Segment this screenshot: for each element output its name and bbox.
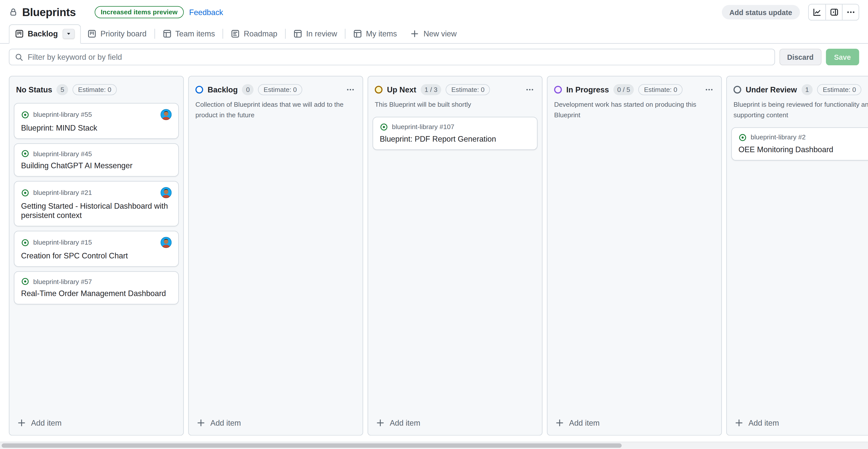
column-no-status: No Status 5 Estimate: 0 blueprint-librar… xyxy=(9,76,184,436)
tab-divider xyxy=(345,29,345,39)
table-icon xyxy=(293,29,302,38)
card-title[interactable]: Creation for SPC Control Chart xyxy=(21,251,172,261)
column-description: Development work has started on producin… xyxy=(548,100,721,124)
add-item-button[interactable]: Add item xyxy=(548,413,721,435)
scrollbar-thumb[interactable] xyxy=(2,443,622,448)
board-card[interactable]: blueprint-library #2 OEE Monitoring Dash… xyxy=(732,127,868,160)
column-description: Blueprint is being reviewed for function… xyxy=(727,100,868,124)
column-under-review: Under Review 1 Estimate: 0 Blueprint is … xyxy=(726,76,868,436)
tab-team-items[interactable]: Team items xyxy=(156,24,221,43)
open-issue-icon xyxy=(21,238,29,247)
add-status-update-button[interactable]: Add status update xyxy=(721,5,800,19)
add-item-label: Add item xyxy=(748,418,779,427)
column-header: Under Review 1 Estimate: 0 xyxy=(727,76,868,100)
open-issue-icon xyxy=(21,278,29,286)
project-board-icon xyxy=(15,29,24,38)
column-menu-button[interactable] xyxy=(704,85,715,94)
tab-label: Roadmap xyxy=(244,29,277,38)
tab-new-view[interactable]: New view xyxy=(404,24,463,43)
add-item-button[interactable]: Add item xyxy=(189,413,363,435)
tab-divider xyxy=(154,29,155,39)
header-toolbar xyxy=(808,4,859,20)
feedback-link[interactable]: Feedback xyxy=(189,8,223,17)
assignee-avatar[interactable] xyxy=(160,237,172,248)
add-item-label: Add item xyxy=(31,418,62,427)
column-count-badge: 0 / 5 xyxy=(613,84,634,95)
card-title[interactable]: Real-Time Order Management Dashboard xyxy=(21,289,172,298)
column-title: Up Next xyxy=(387,85,416,94)
column-up-next: Up Next 1 / 3 Estimate: 0 This Blueprint… xyxy=(368,76,542,436)
add-item-label: Add item xyxy=(569,418,600,427)
tab-backlog[interactable]: Backlog xyxy=(9,24,81,43)
add-item-button[interactable]: Add item xyxy=(727,413,868,435)
add-item-label: Add item xyxy=(390,418,421,427)
tab-my-items[interactable]: My items xyxy=(347,24,404,43)
card-title[interactable]: Blueprint: MIND Stack xyxy=(21,124,172,133)
tab-label: In review xyxy=(306,29,337,38)
board-card[interactable]: blueprint-library #45 Building ChatGPT A… xyxy=(14,143,179,177)
tab-label: Backlog xyxy=(28,29,58,38)
board-card[interactable]: blueprint-library #15 Creation for SPC C… xyxy=(14,231,179,267)
card-title[interactable]: OEE Monitoring Dashboard xyxy=(738,145,868,154)
card-repo-number: blueprint-library #107 xyxy=(392,123,454,131)
add-item-label: Add item xyxy=(211,418,241,427)
tab-label: Priority board xyxy=(100,29,147,38)
card-title[interactable]: Building ChatGPT AI Messenger xyxy=(21,161,172,171)
tab-in-review[interactable]: In review xyxy=(287,24,344,43)
view-options-caret[interactable] xyxy=(63,29,75,39)
open-issue-icon xyxy=(738,133,747,141)
save-button[interactable]: Save xyxy=(826,49,859,65)
column-in-progress: In Progress 0 / 5 Estimate: 0 Developmen… xyxy=(547,76,722,436)
card-title[interactable]: Getting Started - Historical Dashboard w… xyxy=(21,202,172,221)
column-title: No Status xyxy=(16,85,52,94)
lock-icon xyxy=(9,8,18,17)
open-issue-icon xyxy=(21,110,29,119)
plus-icon xyxy=(735,418,743,427)
card-repo-number: blueprint-library #2 xyxy=(751,134,806,141)
column-count-badge: 5 xyxy=(57,84,68,95)
view-tabs-bar: Backlog Priority board Team items xyxy=(0,24,868,44)
column-count-badge: 1 xyxy=(801,84,813,95)
column-backlog: Backlog 0 Estimate: 0 Collection of Blue… xyxy=(188,76,363,436)
card-repo-number: blueprint-library #15 xyxy=(33,239,92,247)
board-card[interactable]: blueprint-library #57 Real-Time Order Ma… xyxy=(14,271,179,304)
column-header: Up Next 1 / 3 Estimate: 0 xyxy=(368,76,542,100)
assignee-avatar[interactable] xyxy=(160,109,172,120)
horizontal-scrollbar[interactable] xyxy=(0,442,868,449)
projects-board-page: Blueprints Increased items preview Feedb… xyxy=(0,0,868,449)
filter-input[interactable] xyxy=(28,53,769,61)
filter-input-box xyxy=(9,49,775,65)
tab-divider xyxy=(285,29,285,39)
board-card[interactable]: blueprint-library #107 Blueprint: PDF Re… xyxy=(372,117,537,150)
board-columns: No Status 5 Estimate: 0 blueprint-librar… xyxy=(0,70,868,436)
card-repo-number: blueprint-library #57 xyxy=(33,278,92,286)
column-estimate-badge: Estimate: 0 xyxy=(72,84,117,95)
column-count-badge: 1 / 3 xyxy=(421,84,441,95)
column-menu-button[interactable] xyxy=(345,85,356,94)
assignee-avatar[interactable] xyxy=(160,187,172,198)
side-panel-icon[interactable] xyxy=(825,4,842,20)
column-description: Collection of Blueprint ideas that we wi… xyxy=(189,100,363,124)
tab-priority-board[interactable]: Priority board xyxy=(81,24,153,43)
board-card[interactable]: blueprint-library #21 Getting Started - … xyxy=(14,181,179,226)
column-cards: blueprint-library #55 Blueprint: MIND St… xyxy=(9,100,183,309)
kebab-menu-icon[interactable] xyxy=(842,4,859,20)
column-estimate-badge: Estimate: 0 xyxy=(639,84,683,95)
tab-label: My items xyxy=(366,29,397,38)
column-estimate-badge: Estimate: 0 xyxy=(258,84,302,95)
add-item-button[interactable]: Add item xyxy=(368,413,542,435)
plus-icon xyxy=(376,418,385,427)
insights-chart-icon[interactable] xyxy=(809,4,825,20)
column-menu-button[interactable] xyxy=(524,85,535,94)
preview-badge: Increased items preview xyxy=(95,6,184,18)
project-board-icon xyxy=(88,29,96,38)
tab-roadmap[interactable]: Roadmap xyxy=(224,24,284,43)
add-item-button[interactable]: Add item xyxy=(9,413,183,435)
table-icon xyxy=(162,29,171,38)
card-title[interactable]: Blueprint: PDF Report Generation xyxy=(380,134,530,144)
project-header: Blueprints Increased items preview Feedb… xyxy=(0,0,868,24)
discard-button[interactable]: Discard xyxy=(779,49,821,65)
board-card[interactable]: blueprint-library #55 Blueprint: MIND St… xyxy=(14,103,179,139)
view-tabs: Backlog Priority board Team items xyxy=(9,24,404,43)
filter-bar: Discard Save xyxy=(0,44,868,70)
